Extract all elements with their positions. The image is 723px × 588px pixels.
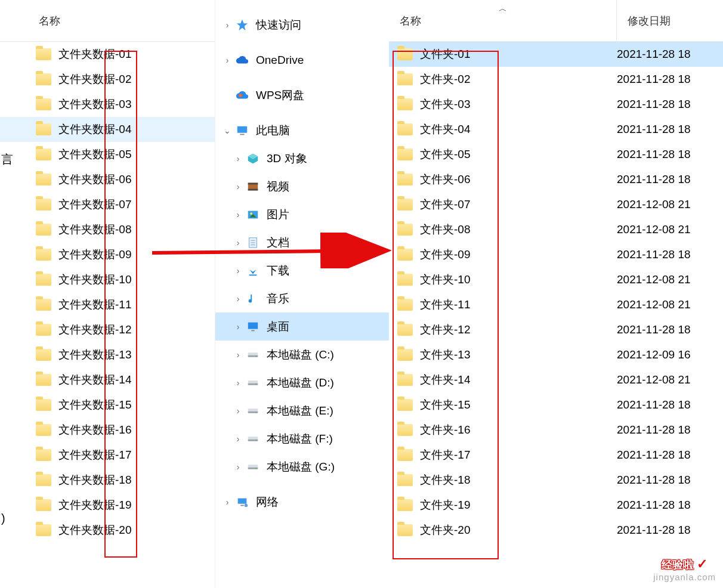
tree-item[interactable]: ›下载 bbox=[215, 256, 389, 284]
tree-item[interactable]: ›文档 bbox=[215, 228, 389, 256]
file-row[interactable]: 文件夹-122021-11-28 18 bbox=[389, 317, 723, 342]
music-icon bbox=[245, 292, 261, 305]
file-row[interactable]: 文件夹-172021-11-28 18 bbox=[389, 442, 723, 468]
file-row[interactable]: 文件夹-152021-11-28 18 bbox=[389, 392, 723, 417]
tree-item[interactable]: ›音乐 bbox=[215, 284, 389, 312]
tree-onedrive[interactable]: ›OneDrive bbox=[215, 46, 389, 74]
file-row[interactable]: 文件夹数据-07 bbox=[0, 192, 215, 217]
file-row[interactable]: 文件夹-012021-11-28 18 bbox=[389, 42, 723, 67]
name-cell: 文件夹-07 bbox=[389, 197, 617, 212]
tree-item[interactable]: ›图片 bbox=[215, 200, 389, 228]
folder-icon bbox=[397, 499, 413, 511]
file-row[interactable]: 文件夹数据-03 bbox=[0, 92, 215, 117]
file-row[interactable]: 文件夹数据-10 bbox=[0, 267, 215, 292]
file-row[interactable]: 文件夹数据-12 bbox=[0, 317, 215, 342]
date-cell: 2021-11-28 18 bbox=[617, 123, 691, 136]
file-row[interactable]: 文件夹-072021-12-08 21 bbox=[389, 192, 723, 217]
file-row[interactable]: 文件夹-092021-11-28 18 bbox=[389, 242, 723, 267]
file-row[interactable]: 文件夹数据-06 bbox=[0, 167, 215, 192]
tree-expander-icon[interactable]: › bbox=[231, 350, 245, 360]
column-header-name-label: 名称 bbox=[400, 14, 421, 28]
folder-icon bbox=[397, 324, 413, 336]
file-row[interactable]: 文件夹数据-04 bbox=[0, 117, 215, 142]
file-row[interactable]: 文件夹-132021-12-09 16 bbox=[389, 342, 723, 367]
tree-expander-icon[interactable]: › bbox=[231, 322, 245, 332]
file-row[interactable]: 文件夹数据-16 bbox=[0, 417, 215, 442]
tree-expander-icon[interactable]: › bbox=[231, 210, 245, 219]
tree-quick-access[interactable]: ›快速访问 bbox=[215, 11, 389, 39]
file-row[interactable]: 文件夹-082021-12-08 21 bbox=[389, 217, 723, 242]
file-row[interactable]: 文件夹-142021-12-08 21 bbox=[389, 367, 723, 392]
file-row[interactable]: 文件夹-032021-11-28 18 bbox=[389, 92, 723, 117]
tree-expander-icon[interactable]: › bbox=[220, 497, 234, 507]
svg-rect-17 bbox=[249, 274, 257, 276]
tree-expander-icon[interactable]: › bbox=[231, 154, 245, 163]
file-row[interactable]: 文件夹数据-05 bbox=[0, 142, 215, 167]
tree-label: OneDrive bbox=[256, 54, 304, 67]
file-row[interactable]: 文件夹-052021-11-28 18 bbox=[389, 142, 723, 167]
file-row[interactable]: 文件夹数据-08 bbox=[0, 217, 215, 242]
file-row[interactable]: 文件夹-022021-11-28 18 bbox=[389, 67, 723, 92]
file-row[interactable]: 文件夹-062021-11-28 18 bbox=[389, 167, 723, 192]
tree-expander-icon[interactable]: › bbox=[231, 182, 245, 191]
tree-item[interactable]: ›本地磁盘 (E:) bbox=[215, 397, 389, 425]
tree-network[interactable]: ›网络 bbox=[215, 488, 389, 516]
file-row[interactable]: 文件夹数据-11 bbox=[0, 292, 215, 317]
name-cell: 文件夹-04 bbox=[389, 122, 617, 137]
tree-wps[interactable]: WPS网盘 bbox=[215, 81, 389, 109]
column-header-date[interactable]: 修改日期 bbox=[617, 0, 676, 41]
folder-icon bbox=[397, 148, 413, 160]
name-cell: 文件夹-15 bbox=[389, 397, 617, 413]
tree-expander-icon[interactable]: › bbox=[231, 266, 245, 276]
file-row[interactable]: 文件夹数据-02 bbox=[0, 67, 215, 92]
tree-label: 下载 bbox=[267, 263, 289, 278]
file-row[interactable]: 文件夹-102021-12-08 21 bbox=[389, 267, 723, 292]
tree-item[interactable]: ›本地磁盘 (F:) bbox=[215, 425, 389, 453]
file-row[interactable]: 文件夹-192021-11-28 18 bbox=[389, 493, 723, 518]
tree-item[interactable]: ›3D 对象 bbox=[215, 144, 389, 172]
tree-item[interactable]: ›本地磁盘 (D:) bbox=[215, 369, 389, 397]
file-row[interactable]: 文件夹数据-14 bbox=[0, 367, 215, 392]
column-header-date-label: 修改日期 bbox=[628, 14, 671, 28]
tree-expander-icon[interactable]: › bbox=[220, 55, 234, 65]
tree-expander-icon[interactable]: › bbox=[231, 462, 245, 472]
tree-label: 本地磁盘 (F:) bbox=[267, 431, 333, 447]
file-row[interactable]: 文件夹数据-19 bbox=[0, 493, 215, 518]
tree-expander-icon[interactable]: ⌄ bbox=[220, 126, 234, 135]
file-row[interactable]: 文件夹-042021-11-28 18 bbox=[389, 117, 723, 142]
tree-expander-icon[interactable]: › bbox=[231, 434, 245, 444]
file-row[interactable]: 文件夹数据-17 bbox=[0, 442, 215, 468]
column-header-name[interactable]: 名称 ︿ bbox=[389, 0, 617, 41]
tree-item[interactable]: ›桌面 bbox=[215, 312, 389, 341]
folder-icon bbox=[397, 374, 413, 386]
tree-label: 本地磁盘 (G:) bbox=[267, 459, 335, 475]
file-row[interactable]: 文件夹-182021-11-28 18 bbox=[389, 468, 723, 493]
file-name: 文件夹数据-05 bbox=[58, 147, 131, 162]
file-row[interactable]: 文件夹数据-18 bbox=[0, 468, 215, 493]
file-row[interactable]: 文件夹-162021-11-28 18 bbox=[389, 417, 723, 442]
tree-this-pc[interactable]: ⌄此电脑 bbox=[215, 116, 389, 144]
name-cell: 文件夹-11 bbox=[389, 297, 617, 312]
file-row[interactable]: 文件夹数据-13 bbox=[0, 342, 215, 367]
tree-expander-icon[interactable]: › bbox=[231, 378, 245, 388]
file-name: 文件夹数据-03 bbox=[58, 97, 131, 112]
tree-expander-icon[interactable]: › bbox=[231, 294, 245, 304]
file-row[interactable]: 文件夹-112021-12-08 21 bbox=[389, 292, 723, 317]
folder-icon bbox=[36, 174, 51, 185]
right-header: 名称 ︿ 修改日期 bbox=[389, 0, 723, 42]
tree-item[interactable]: ›本地磁盘 (G:) bbox=[215, 453, 389, 481]
tree-expander-icon[interactable]: › bbox=[231, 238, 245, 247]
tree-item[interactable]: ›本地磁盘 (C:) bbox=[215, 341, 389, 369]
tree-item[interactable]: ›视频 bbox=[215, 172, 389, 200]
tree-expander-icon[interactable]: › bbox=[231, 406, 245, 416]
file-row[interactable]: 文件夹数据-20 bbox=[0, 518, 215, 543]
folder-icon bbox=[397, 73, 413, 85]
folder-icon bbox=[36, 73, 51, 85]
file-row[interactable]: 文件夹数据-01 bbox=[0, 42, 215, 67]
column-header-name[interactable]: 名称 bbox=[0, 0, 66, 41]
wps-icon bbox=[234, 89, 250, 102]
file-row[interactable]: 文件夹数据-15 bbox=[0, 392, 215, 417]
file-row[interactable]: 文件夹数据-09 bbox=[0, 242, 215, 267]
file-row[interactable]: 文件夹-202021-11-28 18 bbox=[389, 518, 723, 543]
tree-expander-icon[interactable]: › bbox=[220, 20, 234, 30]
